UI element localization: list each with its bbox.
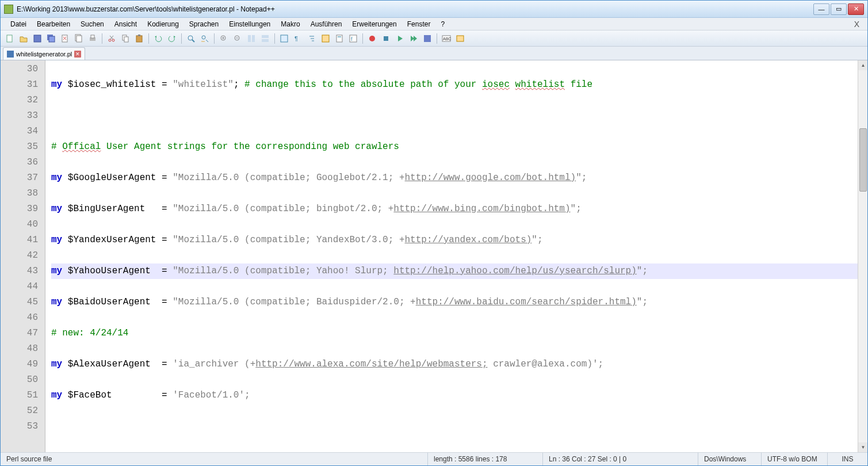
- svg-text:ABC: ABC: [443, 37, 451, 41]
- wordwrap-icon[interactable]: [278, 33, 290, 44]
- sync-hscroll-icon[interactable]: [259, 33, 271, 44]
- copy-icon[interactable]: [120, 33, 131, 44]
- cut-icon[interactable]: [106, 33, 117, 44]
- menubar-close-icon[interactable]: X: [851, 18, 863, 30]
- scroll-down-icon[interactable]: ▼: [858, 442, 867, 452]
- window-title: E:\Working 2013\www.buzzerstar.com\Serve…: [17, 5, 813, 13]
- svg-point-11: [109, 39, 111, 41]
- play-macro-icon[interactable]: [394, 33, 406, 44]
- line-number: 40: [1, 217, 45, 232]
- toolbar-sep: [214, 33, 215, 44]
- code-line-current: my $YahooUserAgent = "Mozilla/5.0 (compa…: [51, 263, 858, 279]
- close-button[interactable]: ✕: [848, 3, 864, 15]
- print-icon[interactable]: [87, 33, 98, 44]
- tab-close-icon[interactable]: ✕: [74, 51, 81, 58]
- line-number: 53: [1, 419, 45, 434]
- line-number: 52: [1, 403, 45, 419]
- menu-kodierung[interactable]: Kodierung: [142, 18, 184, 30]
- menu-datei[interactable]: Datei: [5, 18, 32, 30]
- svg-point-12: [112, 39, 114, 41]
- open-file-icon[interactable]: [18, 33, 29, 44]
- stop-macro-icon[interactable]: [380, 33, 392, 44]
- menu-ausfuehren[interactable]: Ausführen: [305, 18, 347, 30]
- show-all-chars-icon[interactable]: ¶: [292, 33, 304, 44]
- redo-icon[interactable]: [166, 33, 178, 44]
- zoom-out-icon[interactable]: [232, 33, 243, 44]
- zoom-in-icon[interactable]: [218, 33, 230, 44]
- udl-icon[interactable]: [320, 33, 331, 44]
- save-icon[interactable]: [32, 33, 43, 44]
- status-eol: Dos\Windows: [698, 453, 762, 465]
- line-number: 38: [1, 186, 45, 201]
- sync-vscroll-icon[interactable]: [246, 33, 257, 44]
- find-icon[interactable]: [185, 33, 197, 44]
- menu-help[interactable]: ?: [435, 18, 450, 30]
- toolbar-sep: [181, 33, 182, 44]
- file-tab[interactable]: whitelistgenerator.pl ✕: [3, 47, 85, 60]
- code-line: my $AlexaUserAgent = 'ia_archiver (+http…: [51, 357, 858, 372]
- undo-icon[interactable]: [152, 33, 164, 44]
- maximize-button[interactable]: ▭: [831, 3, 847, 15]
- line-number: 34: [1, 124, 45, 139]
- code-line: # new: 4/24/14: [51, 326, 858, 341]
- file-icon: [7, 51, 14, 58]
- status-stats: length : 5586 lines : 178: [428, 453, 543, 465]
- close-file-icon[interactable]: [59, 33, 71, 44]
- svg-rect-31: [281, 35, 288, 42]
- scroll-up-icon[interactable]: ▲: [858, 60, 867, 70]
- replace-icon[interactable]: [199, 33, 211, 44]
- line-number: 46: [1, 310, 45, 326]
- code-area[interactable]: my $iosec_whitelist = "whitelist"; # cha…: [45, 60, 858, 452]
- code-line: [51, 419, 858, 434]
- svg-rect-3: [49, 36, 55, 42]
- scroll-thumb[interactable]: [859, 128, 867, 192]
- line-number: 41: [1, 232, 45, 248]
- record-macro-icon[interactable]: [366, 33, 378, 44]
- paste-icon[interactable]: [133, 33, 145, 44]
- menu-bearbeiten[interactable]: Bearbeiten: [32, 18, 75, 30]
- line-number: 32: [1, 93, 45, 108]
- code-line: my $iosec_whitelist = "whitelist"; # cha…: [51, 77, 858, 93]
- play-multi-icon[interactable]: [408, 33, 419, 44]
- menu-erweiterungen[interactable]: Erweiterungen: [347, 18, 402, 30]
- function-list-icon[interactable]: f: [347, 33, 359, 44]
- svg-rect-42: [384, 36, 388, 41]
- spellcheck-next-icon[interactable]: [454, 33, 466, 44]
- line-number: 33: [1, 108, 45, 124]
- minimize-button[interactable]: —: [813, 3, 829, 15]
- doc-map-icon[interactable]: [334, 33, 345, 44]
- svg-rect-8: [77, 36, 82, 42]
- line-number: 39: [1, 201, 45, 217]
- save-all-icon[interactable]: [45, 33, 57, 44]
- menu-sprachen[interactable]: Sprachen: [184, 18, 224, 30]
- titlebar[interactable]: E:\Working 2013\www.buzzerstar.com\Serve…: [1, 1, 867, 18]
- line-number: 31: [1, 77, 45, 93]
- svg-rect-1: [34, 35, 41, 42]
- svg-line-13: [110, 36, 113, 39]
- statusbar: Perl source file length : 5586 lines : 1…: [1, 453, 867, 465]
- new-file-icon[interactable]: [4, 33, 16, 44]
- svg-rect-43: [424, 35, 431, 42]
- menubar: Datei Bearbeiten Suchen Ansicht Kodierun…: [1, 18, 867, 30]
- menu-ansicht[interactable]: Ansicht: [109, 18, 142, 30]
- menu-einstellungen[interactable]: Einstellungen: [224, 18, 276, 30]
- menu-suchen[interactable]: Suchen: [75, 18, 109, 30]
- line-number: 50: [1, 372, 45, 388]
- code-line: my $YandexUserAgent = "Mozilla/5.0 (comp…: [51, 232, 858, 248]
- indent-guide-icon[interactable]: [306, 33, 318, 44]
- menu-fenster[interactable]: Fenster: [402, 18, 436, 30]
- line-number-gutter: 30 31 32 33 34 35 36 37 38 39 40 41 42 4…: [1, 60, 45, 452]
- save-macro-icon[interactable]: [422, 33, 433, 44]
- code-line: $UA{$GoogleUserAgent} = $GoogleUserAgent…: [51, 450, 858, 452]
- svg-rect-37: [337, 35, 342, 42]
- code-line: my $BaidoUserAgent = "Mozilla/5.0 (compa…: [51, 295, 858, 310]
- code-line: my $FaceBot = 'Facebot/1.0';: [51, 388, 858, 403]
- code-line: my $GoogleUserAgent = "Mozilla/5.0 (comp…: [51, 170, 858, 186]
- vertical-scrollbar[interactable]: ▲ ▼: [858, 60, 867, 452]
- menu-makro[interactable]: Makro: [276, 18, 305, 30]
- close-all-icon[interactable]: [73, 33, 85, 44]
- svg-point-19: [188, 36, 193, 40]
- spellcheck-icon[interactable]: ABC: [441, 33, 452, 44]
- line-number: 42: [1, 248, 45, 263]
- svg-rect-38: [338, 36, 341, 37]
